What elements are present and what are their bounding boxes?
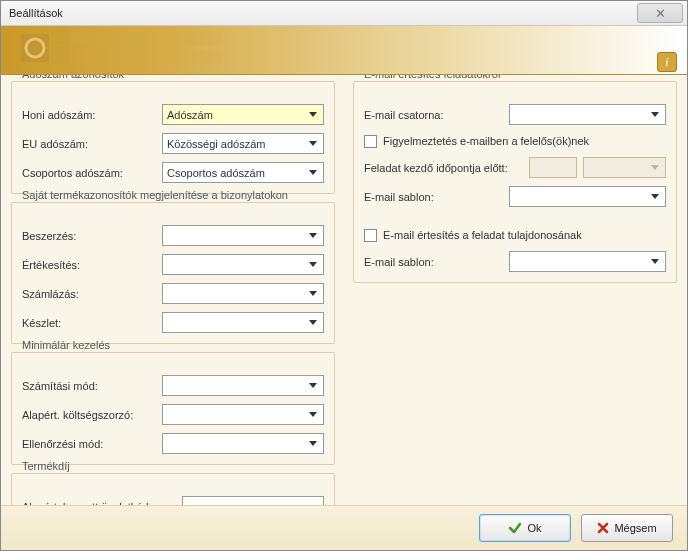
email-channel-combo[interactable] xyxy=(509,104,666,125)
chevron-down-icon xyxy=(307,438,319,450)
sales-label: Értékesítés: xyxy=(22,259,162,271)
check-mode-label: Ellenőrzési mód: xyxy=(22,438,162,450)
email-template1-label: E-mail sablon: xyxy=(364,191,509,203)
invoicing-label: Számlázás: xyxy=(22,288,162,300)
stock-label: Készlet: xyxy=(22,317,162,329)
chevron-down-icon xyxy=(307,409,319,421)
notify-owner-label: E-mail értesítés a feladat tulajdonosána… xyxy=(383,229,582,241)
group-product-ids-title: Saját termékazonosítók megjelenítése a b… xyxy=(22,189,288,201)
purchase-combo[interactable] xyxy=(162,225,324,246)
footer: Ok Mégsem xyxy=(1,505,687,550)
invoicing-combo[interactable] xyxy=(162,283,324,304)
group-product-fee: Termékdíj Alapértelmezett ügyletkód: xyxy=(11,473,335,505)
domestic-tax-label: Honi adószám: xyxy=(22,109,162,121)
calc-mode-label: Számítási mód: xyxy=(22,380,162,392)
sales-combo[interactable] xyxy=(162,254,324,275)
cancel-button-label: Mégsem xyxy=(614,522,656,534)
svg-rect-4 xyxy=(71,32,221,46)
svg-rect-3 xyxy=(51,46,69,64)
left-column: Adószám azonosítók Honi adószám: Adószám… xyxy=(11,81,335,501)
chevron-down-icon xyxy=(649,162,661,174)
ok-button-label: Ok xyxy=(527,522,541,534)
email-channel-label: E-mail csatorna: xyxy=(364,109,509,121)
banner: i xyxy=(1,26,687,75)
email-template2-combo[interactable] xyxy=(509,251,666,272)
warn-responsibles-checkbox[interactable] xyxy=(364,135,377,148)
eu-tax-label: EU adószám: xyxy=(22,138,162,150)
chevron-down-icon xyxy=(307,138,319,150)
info-button[interactable]: i xyxy=(657,52,677,72)
email-template1-combo[interactable] xyxy=(509,186,666,207)
group-tax-label: Csoportos adószám: xyxy=(22,167,162,179)
chevron-down-icon xyxy=(307,167,319,179)
chevron-down-icon xyxy=(307,230,319,242)
check-mode-combo[interactable] xyxy=(162,433,324,454)
chevron-down-icon xyxy=(649,109,661,121)
settings-window: Beállítások ✕ i Adószám azonosítók Honi … xyxy=(0,0,688,551)
warn-responsibles-label: Figyelmeztetés e-mailben a felelős(ök)ne… xyxy=(383,135,589,147)
default-code-input[interactable] xyxy=(182,496,324,505)
task-start-label: Feladat kezdő időpontja előtt: xyxy=(364,162,529,174)
domestic-tax-value: Adószám xyxy=(167,109,307,121)
task-start-amount xyxy=(529,157,577,178)
group-product-ids: Saját termékazonosítók megjelenítése a b… xyxy=(11,202,335,344)
window-close-button[interactable]: ✕ xyxy=(637,3,683,23)
domestic-tax-combo[interactable]: Adószám xyxy=(162,104,324,125)
chevron-down-icon xyxy=(307,109,319,121)
calc-mode-combo[interactable] xyxy=(162,375,324,396)
stock-combo[interactable] xyxy=(162,312,324,333)
close-icon: ✕ xyxy=(655,6,666,21)
purchase-label: Beszerzés: xyxy=(22,230,162,242)
group-tax-value: Csoportos adószám xyxy=(167,167,307,179)
group-email-notify: E-mail értesítés feladatokról E-mail csa… xyxy=(353,81,677,283)
group-email-notify-title: E-mail értesítés feladatokról xyxy=(364,75,500,80)
svg-rect-2 xyxy=(51,26,69,44)
cancel-button[interactable]: Mégsem xyxy=(581,514,673,542)
cross-icon xyxy=(597,522,609,534)
window-title: Beállítások xyxy=(9,7,63,19)
group-tax-ids: Adószám azonosítók Honi adószám: Adószám… xyxy=(11,81,335,194)
chevron-down-icon xyxy=(307,317,319,329)
group-tax-combo[interactable]: Csoportos adószám xyxy=(162,162,324,183)
chevron-down-icon xyxy=(307,288,319,300)
cost-mult-label: Alapért. költségszorzó: xyxy=(22,409,162,421)
chevron-down-icon xyxy=(649,191,661,203)
eu-tax-value: Közösségi adószám xyxy=(167,138,307,150)
chevron-down-icon xyxy=(307,259,319,271)
group-min-price-title: Minimálár kezelés xyxy=(22,339,110,351)
chevron-down-icon xyxy=(649,256,661,268)
banner-decoration xyxy=(21,26,221,74)
task-start-unit-combo xyxy=(583,157,666,178)
check-icon xyxy=(508,521,522,535)
notify-owner-checkbox[interactable] xyxy=(364,229,377,242)
ok-button[interactable]: Ok xyxy=(479,514,571,542)
group-min-price: Minimálár kezelés Számítási mód: Alapért… xyxy=(11,352,335,465)
group-product-fee-title: Termékdíj xyxy=(22,460,70,472)
svg-rect-5 xyxy=(71,50,221,64)
eu-tax-combo[interactable]: Közösségi adószám xyxy=(162,133,324,154)
email-template2-label: E-mail sablon: xyxy=(364,256,509,268)
group-tax-ids-title: Adószám azonosítók xyxy=(22,75,124,80)
chevron-down-icon xyxy=(307,380,319,392)
right-column: E-mail értesítés feladatokról E-mail csa… xyxy=(353,81,677,501)
titlebar: Beállítások ✕ xyxy=(1,1,687,26)
cost-mult-combo[interactable] xyxy=(162,404,324,425)
dialog-body: Adószám azonosítók Honi adószám: Adószám… xyxy=(1,75,687,505)
